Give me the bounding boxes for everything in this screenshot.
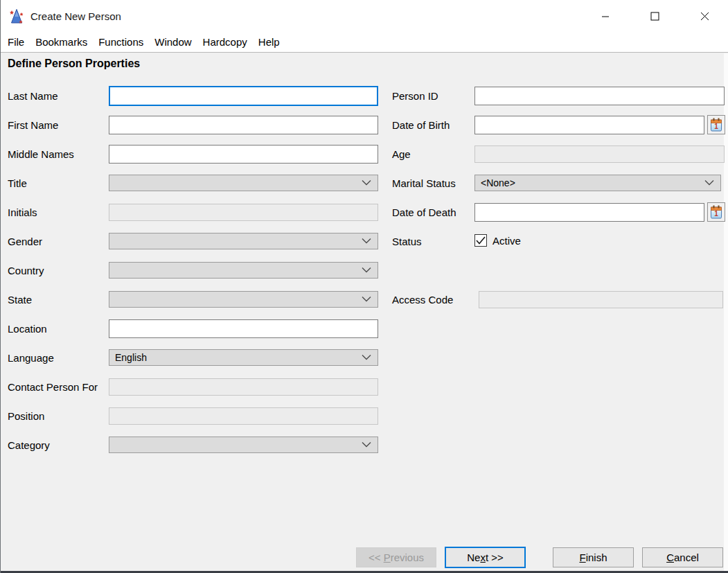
menu-bar: File Bookmarks Functions Window Hardcopy… xyxy=(1,33,728,53)
page-title: Define Person Properties xyxy=(8,58,140,70)
wizard-hat-icon xyxy=(8,8,25,25)
menu-help[interactable]: Help xyxy=(253,33,285,52)
location-input[interactable] xyxy=(109,319,378,338)
menu-hardcopy[interactable]: Hardcopy xyxy=(197,33,253,52)
age-input xyxy=(474,146,725,163)
language-value: English xyxy=(115,352,147,363)
finish-button[interactable]: Finish xyxy=(553,547,634,567)
svg-text:1: 1 xyxy=(714,123,718,130)
position-input xyxy=(109,407,378,425)
date-of-death-calendar-button[interactable]: 1 xyxy=(707,202,725,222)
contact-person-for-input xyxy=(109,378,378,396)
minimize-button[interactable] xyxy=(589,0,621,33)
titlebar: Create New Person xyxy=(1,0,728,33)
chevron-down-icon xyxy=(362,354,371,360)
access-code-input xyxy=(479,291,723,308)
menu-functions[interactable]: Functions xyxy=(93,33,149,52)
date-of-death-label: Date of Death xyxy=(392,203,456,222)
person-id-input[interactable] xyxy=(474,87,725,105)
menu-file[interactable]: File xyxy=(2,33,30,52)
marital-status-dropdown[interactable]: <None> xyxy=(474,175,721,191)
maximize-button[interactable] xyxy=(639,0,671,33)
previous-button[interactable]: << Previous xyxy=(356,547,436,567)
cancel-button[interactable]: Cancel xyxy=(642,547,723,567)
chevron-down-icon xyxy=(704,179,714,186)
calendar-icon: 1 xyxy=(709,204,723,220)
window-title: Create New Person xyxy=(30,0,121,33)
date-of-death-input[interactable] xyxy=(474,203,704,222)
category-label: Category xyxy=(8,436,50,455)
marital-status-value: <None> xyxy=(481,177,515,188)
svg-text:1: 1 xyxy=(714,210,718,218)
create-new-person-dialog: Create New Person File Bookmarks Functio… xyxy=(0,0,728,573)
location-label: Location xyxy=(8,319,47,338)
menu-bookmarks[interactable]: Bookmarks xyxy=(30,33,93,52)
country-label: Country xyxy=(8,261,44,280)
calendar-icon: 1 xyxy=(709,117,723,132)
minimize-icon xyxy=(601,12,610,21)
language-dropdown[interactable]: English xyxy=(109,349,378,366)
contact-person-for-label: Contact Person For xyxy=(8,378,98,396)
age-label: Age xyxy=(392,145,411,164)
date-of-birth-calendar-button[interactable]: 1 xyxy=(707,115,725,134)
language-label: Language xyxy=(8,349,54,367)
date-of-birth-input[interactable] xyxy=(474,116,704,134)
marital-status-label: Marital Status xyxy=(392,174,456,193)
dialog-content: Define Person Properties Last Name First… xyxy=(1,53,728,571)
access-code-label: Access Code xyxy=(392,290,453,309)
status-active-checkbox[interactable] xyxy=(474,234,487,247)
date-of-birth-label: Date of Birth xyxy=(392,116,450,134)
close-button[interactable] xyxy=(689,0,720,33)
status-active-label: Active xyxy=(492,232,521,249)
chevron-down-icon xyxy=(362,267,371,273)
close-icon xyxy=(700,12,709,21)
menu-window[interactable]: Window xyxy=(149,33,197,52)
country-dropdown[interactable] xyxy=(109,262,378,279)
maximize-icon xyxy=(650,12,659,21)
position-label: Position xyxy=(8,407,44,425)
checkmark-icon xyxy=(476,236,486,245)
status-label: Status xyxy=(392,232,422,251)
category-dropdown[interactable] xyxy=(109,437,378,453)
next-button[interactable]: Next >> xyxy=(445,547,526,568)
person-id-label: Person ID xyxy=(392,87,438,105)
chevron-down-icon xyxy=(362,441,371,448)
